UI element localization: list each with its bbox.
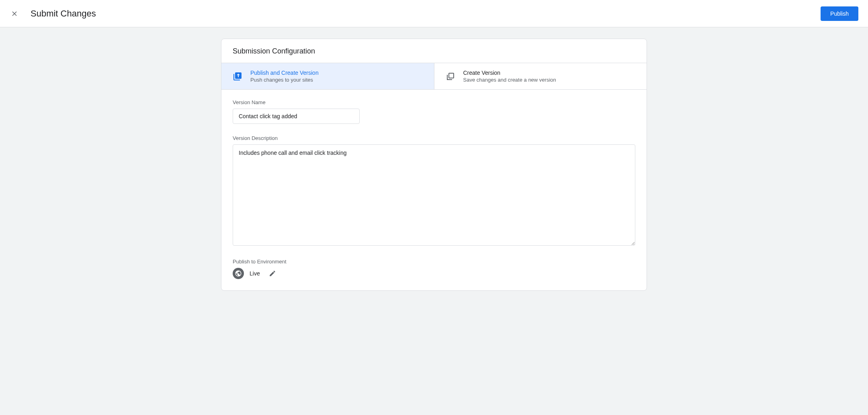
option-text: Create Version Save changes and create a…	[463, 70, 556, 83]
version-desc-textarea[interactable]	[233, 144, 635, 246]
page-title: Submit Changes	[31, 8, 96, 19]
env-label: Publish to Environment	[233, 259, 635, 265]
close-icon	[10, 10, 18, 18]
env-value: Live	[250, 270, 260, 277]
close-button[interactable]	[10, 9, 19, 18]
option-row: Publish and Create Version Push changes …	[221, 63, 647, 90]
env-row: Live	[233, 268, 635, 279]
option-desc: Save changes and create a new version	[463, 77, 556, 83]
card-title: Submission Configuration	[221, 39, 647, 63]
option-title: Create Version	[463, 70, 556, 76]
edit-env-button[interactable]	[269, 270, 276, 277]
option-publish-create[interactable]: Publish and Create Version Push changes …	[221, 63, 434, 89]
version-name-input[interactable]	[233, 109, 360, 124]
header-bar: Submit Changes Publish	[0, 0, 868, 27]
version-desc-label: Version Description	[233, 135, 635, 141]
pencil-icon	[269, 270, 276, 277]
svg-rect-0	[449, 73, 454, 78]
version-name-label: Version Name	[233, 99, 635, 105]
header-left: Submit Changes	[10, 8, 96, 19]
publish-button[interactable]: Publish	[821, 6, 858, 21]
form-body: Version Name Version Description Publish…	[221, 90, 647, 290]
option-text: Publish and Create Version Push changes …	[250, 70, 319, 83]
version-icon	[446, 72, 455, 81]
globe-icon	[233, 268, 244, 279]
submission-card: Submission Configuration Publish and Cre…	[221, 39, 647, 291]
publish-icon	[233, 72, 242, 81]
option-desc: Push changes to your sites	[250, 77, 319, 83]
option-create-version[interactable]: Create Version Save changes and create a…	[434, 63, 647, 89]
option-title: Publish and Create Version	[250, 70, 319, 76]
